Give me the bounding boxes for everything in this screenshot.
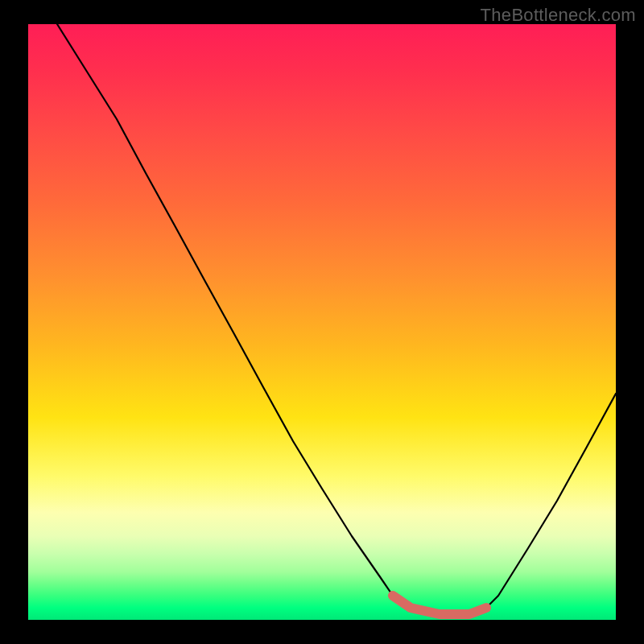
dip-highlight — [393, 596, 486, 614]
bottleneck-curve-line — [57, 24, 616, 614]
curve-layer — [28, 24, 616, 620]
chart-frame: TheBottleneck.com — [0, 0, 644, 644]
plot-area — [28, 24, 616, 620]
watermark-text: TheBottleneck.com — [481, 5, 636, 26]
